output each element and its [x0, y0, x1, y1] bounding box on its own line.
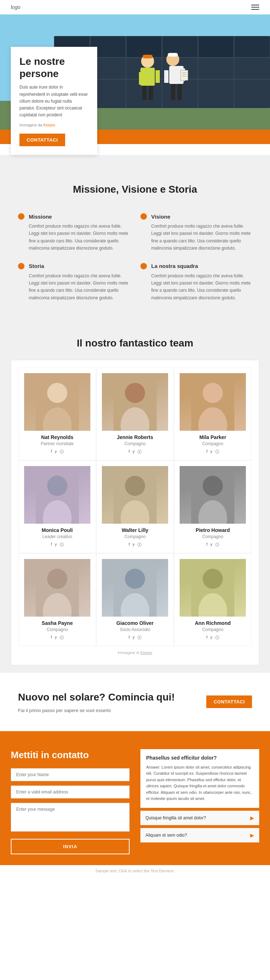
- hero-description: Duis aute irure dolor in reprehenderit i…: [19, 84, 89, 118]
- twitter-icon[interactable]: y: [132, 542, 135, 547]
- instagram-icon[interactable]: ⓘ: [138, 449, 141, 455]
- svg-rect-24: [168, 53, 178, 57]
- twitter-icon[interactable]: y: [210, 635, 213, 640]
- twitter-icon[interactable]: y: [132, 449, 135, 455]
- svg-point-47: [125, 476, 145, 496]
- twitter-icon[interactable]: y: [55, 542, 57, 547]
- logo: logo: [11, 4, 20, 10]
- svg-point-41: [203, 383, 223, 403]
- facebook-icon[interactable]: f: [51, 449, 52, 455]
- instagram-icon[interactable]: ⓘ: [60, 635, 64, 640]
- cta-section: Nuovo nel solare? Comincia qui! Fai il p…: [0, 673, 270, 731]
- submit-button[interactable]: INVIA: [11, 839, 130, 854]
- team-photo: [179, 559, 246, 617]
- svg-point-56: [125, 569, 145, 589]
- svg-rect-13: [163, 37, 197, 57]
- svg-rect-26: [171, 84, 175, 100]
- faq-main-box: Phasellus sed efficitur dolor? Answer: L…: [140, 749, 259, 808]
- social-icons: f y ⓘ: [179, 542, 246, 547]
- team-freepik-note: Immagine di freepix: [18, 646, 252, 658]
- facebook-icon[interactable]: f: [129, 449, 130, 455]
- instagram-icon[interactable]: ⓘ: [215, 449, 219, 455]
- faq-item-2[interactable]: Aliquam et sem odio? ▶: [140, 828, 259, 842]
- mission-item-text: Comfort produce molto ragazzo che aveva …: [18, 223, 130, 252]
- facebook-icon[interactable]: f: [51, 542, 52, 547]
- mission-item-heading: Visione: [151, 213, 170, 220]
- faq-item-1[interactable]: Quisque fringilla sit amet dolor? ▶: [140, 811, 259, 825]
- mission-item-header: Missione: [18, 213, 130, 220]
- team-photo-inner: [102, 559, 168, 617]
- team-member-name: Jennie Roberts: [102, 434, 168, 440]
- facebook-icon[interactable]: f: [206, 542, 207, 547]
- team-photo-inner: [24, 466, 91, 524]
- mission-grid: Missione Comfort produce molto ragazzo c…: [18, 213, 252, 301]
- email-field: [11, 786, 130, 799]
- faq-item-2-text: Aliquam et sem odio?: [145, 833, 250, 838]
- facebook-icon[interactable]: f: [206, 635, 207, 640]
- cta-button[interactable]: CONTATTACI: [206, 695, 252, 708]
- svg-point-50: [203, 476, 223, 496]
- twitter-icon[interactable]: y: [55, 635, 57, 640]
- team-member-name: Nat Reynolds: [24, 434, 91, 440]
- hero-card: Le nostre persone Duis aute irure dolor …: [11, 47, 97, 155]
- mission-item-heading: La nostra squadra: [151, 263, 198, 269]
- message-field: [11, 803, 130, 833]
- team-photo-inner: [102, 373, 168, 431]
- cta-text: Nuovo nel solare? Comincia qui! Fai il p…: [18, 691, 195, 713]
- orange-dot-icon: [18, 213, 24, 220]
- name-input[interactable]: [11, 768, 130, 781]
- team-member-name: Giacomo Oliver: [102, 620, 168, 626]
- social-icons: f y ⓘ: [24, 449, 91, 455]
- email-input[interactable]: [11, 786, 130, 799]
- orange-dot-icon: [18, 263, 24, 269]
- mission-item-heading: Missione: [29, 213, 52, 220]
- facebook-icon[interactable]: f: [129, 635, 130, 640]
- cta-subtitle: Fai il primo passo per sapere se vuoi es…: [18, 708, 195, 713]
- twitter-icon[interactable]: y: [55, 449, 57, 455]
- twitter-icon[interactable]: y: [210, 542, 213, 547]
- team-member-role: Compagno: [179, 534, 246, 539]
- svg-rect-19: [142, 86, 146, 100]
- twitter-icon[interactable]: y: [132, 635, 135, 640]
- facebook-icon[interactable]: f: [206, 449, 207, 455]
- team-section: Il nostro fantastico team Nat Reynolds P…: [0, 323, 270, 673]
- instagram-icon[interactable]: ⓘ: [138, 542, 141, 547]
- message-input[interactable]: [11, 803, 130, 832]
- social-icons: f y ⓘ: [102, 635, 168, 640]
- facebook-icon[interactable]: f: [51, 635, 52, 640]
- mission-item-heading: Storia: [29, 263, 44, 269]
- hamburger-menu[interactable]: [251, 5, 259, 10]
- team-member: Mila Parker Compagno f y ⓘ: [174, 368, 252, 460]
- team-photo: [24, 559, 91, 617]
- team-photo: [24, 373, 91, 431]
- team-title: Il nostro fantastico team: [11, 337, 259, 349]
- instagram-icon[interactable]: ⓘ: [60, 449, 64, 455]
- instagram-icon[interactable]: ⓘ: [215, 542, 219, 547]
- team-member-role: Compagno: [102, 441, 168, 446]
- contact-title: Mettiti in contatto: [11, 749, 130, 761]
- team-member: Pietro Howard Compagno f y ⓘ: [174, 460, 252, 553]
- hero-cta-button[interactable]: CONTATTACI: [19, 134, 65, 146]
- mission-item-text: Comfort produce molto ragazzo che aveva …: [140, 272, 252, 302]
- team-photo-inner: [102, 466, 168, 524]
- hero-section: Le nostre persone Duis aute irure dolor …: [0, 14, 270, 144]
- team-member-name: Ann Richmond: [179, 620, 246, 626]
- mission-section: Missione, Visione e Storia Missione Comf…: [0, 155, 270, 323]
- mission-item-header: Visione: [140, 213, 252, 220]
- social-icons: f y ⓘ: [179, 449, 246, 455]
- instagram-icon[interactable]: ⓘ: [60, 542, 64, 547]
- facebook-icon[interactable]: f: [129, 542, 130, 547]
- footer-note: Sample text. Click to select the Text El…: [0, 865, 270, 877]
- social-icons: f y ⓘ: [24, 635, 91, 640]
- instagram-icon[interactable]: ⓘ: [215, 635, 219, 640]
- svg-rect-17: [143, 55, 152, 58]
- twitter-icon[interactable]: y: [210, 449, 213, 455]
- team-photo: [179, 373, 246, 431]
- team-member-name: Monica Pouli: [24, 527, 91, 533]
- svg-rect-14: [199, 37, 233, 57]
- contact-form-col: Mettiti in contatto INVIA: [11, 749, 130, 855]
- team-member-role: Partner mondiale: [24, 441, 91, 446]
- instagram-icon[interactable]: ⓘ: [138, 635, 141, 640]
- team-grid-container: Nat Reynolds Partner mondiale f y ⓘ Jenn…: [11, 360, 259, 665]
- faq-col: Phasellus sed efficitur dolor? Answer: L…: [140, 749, 259, 855]
